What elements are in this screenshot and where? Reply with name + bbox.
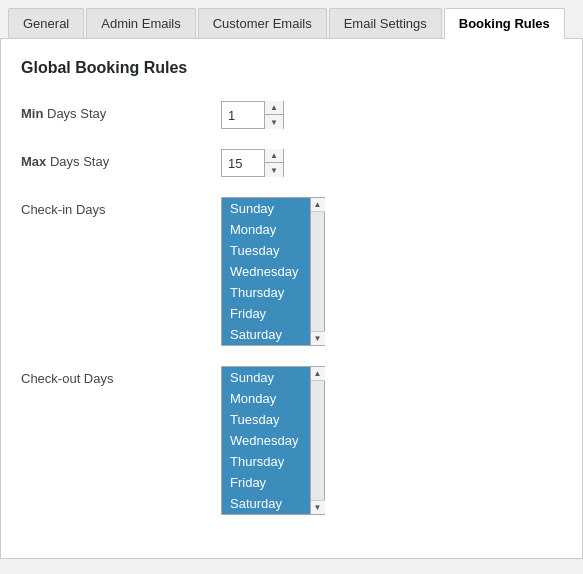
list-item[interactable]: Thursday — [222, 282, 310, 303]
tab-customer-emails[interactable]: Customer Emails — [198, 8, 327, 38]
min-days-stay-up[interactable]: ▲ — [265, 101, 283, 115]
min-days-stay-row: Min Days Stay 1 ▲ ▼ — [21, 101, 562, 129]
min-days-stay-label: Min Days Stay — [21, 101, 221, 121]
max-days-stay-row: Max Days Stay 15 ▲ ▼ — [21, 149, 562, 177]
list-item[interactable]: Friday — [222, 303, 310, 324]
list-item[interactable]: Wednesday — [222, 430, 310, 451]
list-item[interactable]: Wednesday — [222, 261, 310, 282]
checkin-days-listbox-wrap: SundayMondayTuesdayWednesdayThursdayFrid… — [221, 197, 325, 346]
tab-bar: General Admin Emails Customer Emails Ema… — [0, 0, 583, 39]
checkout-scroll-up[interactable]: ▲ — [311, 367, 325, 381]
tab-booking-rules[interactable]: Booking Rules — [444, 8, 565, 39]
max-days-stay-label: Max Days Stay — [21, 149, 221, 169]
checkin-scrollbar: ▲ ▼ — [311, 197, 325, 346]
list-item[interactable]: Thursday — [222, 451, 310, 472]
checkout-scroll-track — [311, 381, 324, 500]
list-item[interactable]: Monday — [222, 219, 310, 240]
max-days-stay-up[interactable]: ▲ — [265, 149, 283, 163]
checkin-scroll-down[interactable]: ▼ — [311, 331, 325, 345]
checkout-days-row: Check-out Days SundayMondayTuesdayWednes… — [21, 366, 562, 515]
max-days-stay-input-wrap: 15 ▲ ▼ — [221, 149, 284, 177]
checkin-scroll-up[interactable]: ▲ — [311, 198, 325, 212]
min-days-stay-spinner: ▲ ▼ — [264, 101, 283, 129]
checkin-days-listbox[interactable]: SundayMondayTuesdayWednesdayThursdayFrid… — [221, 197, 311, 346]
list-item[interactable]: Saturday — [222, 493, 310, 514]
list-item[interactable]: Friday — [222, 472, 310, 493]
min-days-stay-input[interactable]: 1 — [222, 102, 264, 128]
min-days-stay-input-wrap: 1 ▲ ▼ — [221, 101, 284, 129]
page-title: Global Booking Rules — [21, 59, 562, 77]
tab-general[interactable]: General — [8, 8, 84, 38]
list-item[interactable]: Sunday — [222, 367, 310, 388]
checkin-days-label: Check-in Days — [21, 197, 221, 217]
max-days-stay-spinner: ▲ ▼ — [264, 149, 283, 177]
checkout-scroll-down[interactable]: ▼ — [311, 500, 325, 514]
list-item[interactable]: Saturday — [222, 324, 310, 345]
content-area: Global Booking Rules Min Days Stay 1 ▲ ▼… — [0, 39, 583, 559]
list-item[interactable]: Monday — [222, 388, 310, 409]
min-days-stay-down[interactable]: ▼ — [265, 115, 283, 129]
list-item[interactable]: Tuesday — [222, 409, 310, 430]
checkin-days-row: Check-in Days SundayMondayTuesdayWednesd… — [21, 197, 562, 346]
list-item[interactable]: Tuesday — [222, 240, 310, 261]
checkout-days-label: Check-out Days — [21, 366, 221, 386]
list-item[interactable]: Sunday — [222, 198, 310, 219]
checkin-scroll-track — [311, 212, 324, 331]
max-days-stay-down[interactable]: ▼ — [265, 163, 283, 177]
checkout-days-listbox[interactable]: SundayMondayTuesdayWednesdayThursdayFrid… — [221, 366, 311, 515]
checkout-days-listbox-wrap: SundayMondayTuesdayWednesdayThursdayFrid… — [221, 366, 325, 515]
tab-admin-emails[interactable]: Admin Emails — [86, 8, 195, 38]
checkout-scrollbar: ▲ ▼ — [311, 366, 325, 515]
tab-email-settings[interactable]: Email Settings — [329, 8, 442, 38]
max-days-stay-input[interactable]: 15 — [222, 150, 264, 176]
